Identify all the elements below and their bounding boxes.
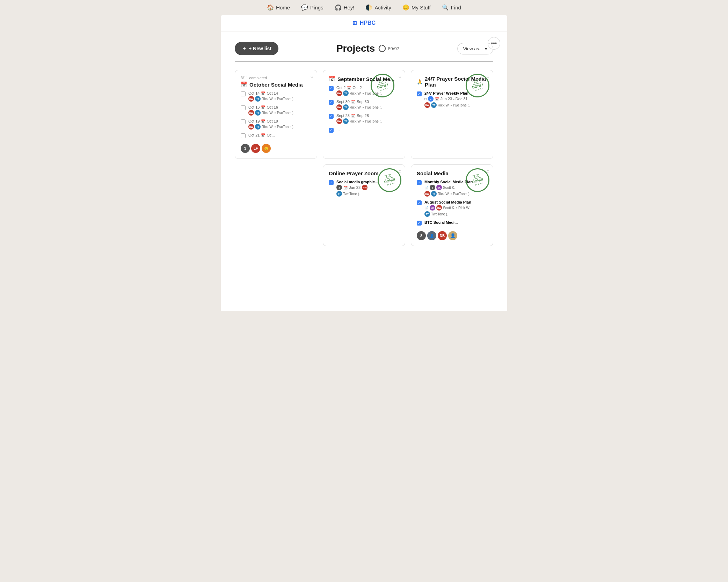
card-menu-button[interactable]: ○ — [399, 74, 401, 79]
num-icon: □ — [424, 97, 427, 101]
todo-item: Oct 21 📅 Oc... — [241, 133, 311, 138]
avatar-rick: RW — [362, 185, 367, 190]
calendar-icon: 📅 — [241, 81, 247, 88]
todo-dates: Oct 21 📅 Oc... — [248, 133, 311, 137]
todo-date-2: Oct 19 — [267, 119, 278, 123]
avatar-twotone: TT — [343, 90, 349, 96]
todo-checkbox[interactable]: ✓ — [329, 128, 334, 133]
todo-content: Oct 21 📅 Oc... — [248, 133, 311, 137]
todo-checkbox[interactable]: ✓ — [417, 221, 422, 226]
new-list-button[interactable]: ＋ + New list — [235, 42, 278, 55]
progress-badge: 89/97 — [378, 45, 399, 52]
assignee-names: Rick W. • TwoTone (. — [262, 97, 294, 101]
avatar-twotone: TT — [336, 191, 342, 197]
todo-label: August Social Media Plan — [424, 200, 487, 204]
todo-item: ✓ Sept 28 📅 Sep 28 RW TT Rick W. • TwoTo… — [329, 113, 399, 124]
card-title[interactable]: 📅 October Social Media — [241, 81, 311, 88]
todo-checkbox[interactable]: ✓ — [417, 180, 422, 185]
todo-date-1: Sept 30 — [336, 100, 350, 104]
todo-assignees: RW TT Rick W. • TwoTone (. — [248, 124, 311, 130]
todo-checkbox[interactable]: ✓ — [417, 91, 422, 96]
todo-checkbox[interactable]: ✓ — [417, 200, 422, 205]
todo-checkbox[interactable]: ✓ — [329, 114, 334, 119]
avatar-twotone: TT — [431, 191, 437, 197]
avatar-twotone: TT — [424, 211, 430, 217]
calendar-mini-icon: 📅 — [351, 114, 355, 118]
todo-checkbox[interactable] — [241, 91, 246, 96]
card-header: 3/11 completed 📅 October Social Media — [241, 76, 311, 88]
todo-date-1: Oct 21 — [248, 133, 260, 137]
more-label: ... — [336, 127, 340, 132]
todo-checkbox[interactable]: ✓ — [329, 180, 334, 185]
svg-point-1 — [379, 45, 385, 52]
nav-pings[interactable]: 💬 Pings — [301, 4, 323, 11]
doc-icon: 📄 — [424, 206, 429, 210]
nav-activity[interactable]: 🌓 Activity — [365, 4, 391, 11]
nav-hey[interactable]: 🎧 Hey! — [335, 4, 355, 11]
todo-checkbox[interactable]: ✓ — [329, 100, 334, 105]
calendar-mini-icon: 📅 — [351, 100, 355, 104]
plus-icon: ＋ — [242, 45, 247, 52]
todo-checkbox[interactable]: ✓ — [329, 86, 334, 91]
assignee-names: Rick W. • TwoTone (. — [262, 111, 294, 115]
avatar-count: 3 — [336, 185, 342, 190]
todo-assignees: 📄 SK RW Scott K. • Rick W. — [424, 205, 487, 211]
nav-mystuff[interactable]: 😊 My Stuff — [402, 4, 431, 11]
calendar-mini-icon: 📅 — [435, 97, 439, 101]
todo-date-1: Oct 2 — [336, 86, 345, 90]
todo-content: BTC Social Medi... — [424, 220, 487, 225]
avatar-rick: RW — [436, 205, 442, 211]
project-banner: ⊞ HPBC — [221, 15, 507, 31]
todo-date-2: Oc... — [267, 133, 275, 137]
top-navigation: 🏠 Home 💬 Pings 🎧 Hey! 🌓 Activity 😊 My St… — [0, 0, 728, 15]
nav-hey-label: Hey! — [344, 5, 355, 10]
card-social-media: ○ ALL DONE! ✓✓✓✓✓ Social Media ✓ Monthly… — [411, 164, 493, 246]
card-september-social-media: ○ ALL DONE! ✓✓✓✓✓ 📅 September Social Me.… — [323, 70, 405, 159]
todo-item: Oct 16 📅 Oct 16 RW TT Rick W. • TwoTone … — [241, 105, 311, 116]
avatar-twotone: TT — [255, 96, 261, 102]
card-footer: 3 LF 🙂 — [241, 144, 311, 153]
card-247-prayer: ○ ALL DONE! ✓✓✓✓✓ 🙏 24/7 Prayer Social M… — [411, 70, 493, 159]
todo-content: Oct 19 📅 Oct 19 RW TT Rick W. • TwoTone … — [248, 119, 311, 130]
more-options-button[interactable]: ••• — [488, 37, 500, 50]
assignee-names-2: TwoTone (. — [431, 212, 448, 216]
find-icon: 🔍 — [442, 4, 449, 11]
avatar-twotone: TT — [343, 104, 349, 110]
avatar-rick: RW — [336, 104, 342, 110]
todo-dates: Oct 19 📅 Oct 19 — [248, 119, 311, 123]
nav-home[interactable]: 🏠 Home — [267, 4, 290, 11]
todo-assignees: RW TT Rick W. • TwoTone (. — [248, 110, 311, 116]
todo-item: ✓ Sept 30 📅 Sep 30 RW TT Rick W. • TwoTo… — [329, 100, 399, 110]
todo-content: Sept 28 📅 Sep 28 RW TT Rick W. • TwoTone… — [336, 113, 399, 124]
avatar-rick: RW — [424, 191, 430, 197]
card-menu-button[interactable]: ○ — [311, 74, 313, 79]
todo-content: Oct 14 📅 Oct 14 RW TT Rick W. • TwoTone … — [248, 91, 311, 102]
assignee-names: Rick W. • TwoTone (. — [438, 103, 470, 107]
page-title: Projects — [336, 43, 375, 54]
nav-find-label: Find — [451, 5, 461, 10]
calendar-mini-icon: 📅 — [261, 91, 265, 95]
todo-item: ✓ August Social Media Plan 📄 SK RW Scott… — [417, 200, 487, 217]
avatar-rick: RW — [424, 102, 430, 108]
assignee-names: Rick W. • TwoTone (. — [350, 119, 382, 123]
todo-assignees: RW TT Rick W. • TwoTone (. — [248, 96, 311, 102]
page-header: ＋ + New list Projects 89/97 View as... ▾ — [235, 42, 493, 55]
grid-icon: ⊞ — [352, 20, 357, 26]
card-title-text: Online Prayer Zoom — [329, 170, 379, 176]
todo-date-1: Sept 28 — [336, 113, 350, 118]
todo-date-1: Oct 16 — [248, 105, 260, 109]
view-as-label: View as... — [463, 46, 483, 51]
card-online-prayer-zoom: ○ ALL DONE! ✓✓✓✓✓ Online Prayer Zoom ✓ S… — [323, 164, 405, 246]
todo-assignees: RW TT Rick W. • TwoTone (. — [424, 102, 487, 108]
todo-date-2: Sep 30 — [357, 100, 369, 104]
avatar-twotone: TT — [255, 124, 261, 130]
todo-checkbox[interactable] — [241, 105, 246, 110]
avatar-scott: SK — [436, 185, 442, 190]
doc-icon: 📄 — [424, 186, 429, 190]
todo-checkbox[interactable] — [241, 119, 246, 124]
nav-find[interactable]: 🔍 Find — [442, 4, 461, 11]
main-content: ••• ＋ + New list Projects 89/97 View as.… — [221, 31, 507, 311]
avatar-rick: RW — [248, 96, 254, 102]
project-banner-link[interactable]: ⊞ HPBC — [352, 20, 376, 26]
todo-checkbox[interactable] — [241, 133, 246, 138]
